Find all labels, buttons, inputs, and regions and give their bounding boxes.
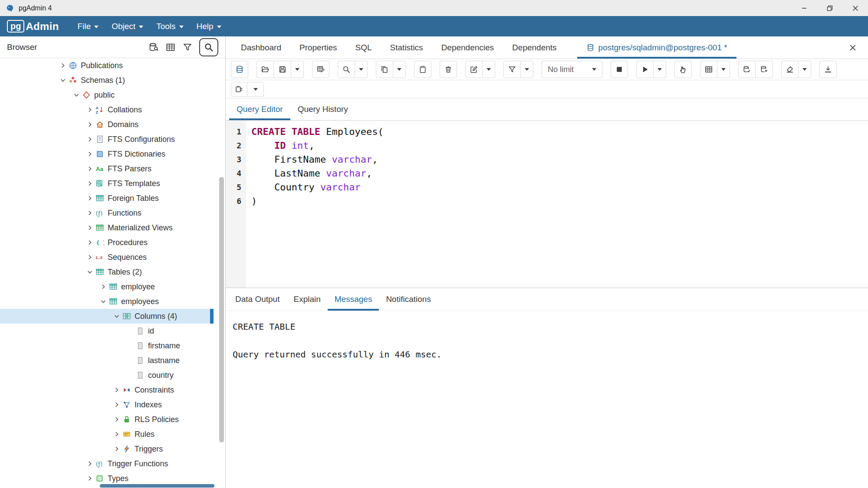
menu-object[interactable]: Object — [105, 16, 150, 36]
tree-item-trigger-functions[interactable]: (ƒ)Trigger Functions — [0, 456, 225, 471]
tab-dashboard[interactable]: Dashboard — [232, 36, 290, 59]
tree-item-constraints[interactable]: Constraints — [0, 383, 225, 397]
tab-query-history[interactable]: Query History — [290, 98, 355, 120]
tree-item-sequences[interactable]: 1..3Sequences — [0, 250, 225, 265]
search-objects-icon[interactable] — [148, 42, 159, 52]
filter-dropdown[interactable] — [521, 61, 533, 78]
edit-button[interactable] — [465, 61, 483, 78]
tab-data-output[interactable]: Data Output — [228, 288, 286, 311]
chevron-right-icon[interactable] — [85, 134, 95, 144]
tab-properties[interactable]: Properties — [290, 36, 346, 59]
view-grid-icon[interactable] — [165, 42, 176, 52]
commit-button[interactable] — [738, 61, 756, 78]
menu-help[interactable]: Help — [190, 16, 228, 36]
tree-vertical-scrollbar[interactable] — [219, 177, 224, 442]
download-button[interactable] — [819, 61, 837, 78]
find-dropdown[interactable] — [355, 61, 368, 78]
menu-file[interactable]: File — [71, 16, 105, 36]
chevron-right-icon[interactable] — [85, 105, 95, 115]
open-file-button[interactable] — [256, 61, 274, 78]
chevron-right-icon[interactable] — [85, 193, 95, 203]
chevron-right-icon[interactable] — [85, 149, 95, 159]
tree-item-employee[interactable]: employee — [0, 279, 225, 294]
tree-item-collations[interactable]: AZCollations — [0, 102, 225, 117]
copy-button[interactable] — [376, 61, 393, 78]
tab-dependents[interactable]: Dependents — [503, 36, 566, 59]
tab-sql[interactable]: SQL — [346, 36, 381, 59]
chevron-right-icon[interactable] — [112, 400, 122, 409]
maximize-button[interactable] — [817, 0, 842, 16]
tree-item-id[interactable]: id — [0, 324, 225, 338]
chevron-down-icon[interactable] — [85, 267, 95, 277]
tree-item-fts-configurations[interactable]: FTS Configurations — [0, 132, 225, 147]
macros-button[interactable] — [700, 61, 717, 78]
chevron-right-icon[interactable] — [58, 61, 68, 70]
tree-item-employees[interactable]: employees — [0, 294, 225, 309]
copy-dropdown[interactable] — [393, 61, 406, 78]
minimize-button[interactable] — [791, 0, 817, 16]
delete-rows-button[interactable] — [440, 61, 457, 78]
edit-grid-button[interactable] — [312, 61, 329, 78]
connect-database-button[interactable] — [231, 61, 248, 78]
tree-item-foreign-tables[interactable]: Foreign Tables — [0, 191, 225, 206]
tree-item-firstname[interactable]: firstname — [0, 338, 225, 353]
scratch-pad-button[interactable] — [231, 82, 247, 97]
chevron-right-icon[interactable] — [85, 208, 95, 218]
tree-item-fts-dictionaries[interactable]: FTS Dictionaries — [0, 147, 225, 161]
scratch-pad-dropdown[interactable] — [247, 82, 264, 97]
chevron-right-icon[interactable] — [85, 252, 95, 262]
close-panel-icon[interactable] — [849, 44, 857, 52]
menu-tools[interactable]: Tools — [150, 16, 190, 36]
tree-item-domains[interactable]: Domains — [0, 117, 225, 132]
chevron-down-icon[interactable] — [112, 311, 122, 321]
tree-item-procedures[interactable]: { }Procedures — [0, 235, 225, 250]
rollback-button[interactable] — [756, 61, 773, 78]
chevron-right-icon[interactable] — [85, 238, 95, 247]
tree-item-types[interactable]: Types — [0, 471, 225, 486]
chevron-right-icon[interactable] — [99, 282, 108, 291]
find-button[interactable] — [338, 61, 355, 78]
sql-code-area[interactable]: CREATE TABLE Employees( ID int, FirstNam… — [246, 121, 868, 288]
filter-icon[interactable] — [182, 42, 193, 52]
macros-dropdown[interactable] — [717, 61, 730, 78]
tree-item-public[interactable]: public — [0, 88, 225, 102]
tree-item-tables-2[interactable]: Tables (2) — [0, 265, 225, 279]
tab-statistics[interactable]: Statistics — [381, 36, 432, 59]
tree-item-columns-4[interactable]: Columns (4) — [0, 309, 213, 324]
pointer-button[interactable] — [674, 61, 692, 78]
edit-dropdown[interactable] — [483, 61, 495, 78]
tree-item-fts-templates[interactable]: FTS Templates — [0, 176, 225, 191]
tree-item-lastname[interactable]: lastname — [0, 353, 225, 368]
chevron-right-icon[interactable] — [85, 164, 95, 174]
chevron-right-icon[interactable] — [85, 179, 95, 188]
execute-button[interactable] — [636, 61, 654, 78]
chevron-right-icon[interactable] — [85, 459, 95, 468]
save-button[interactable] — [274, 61, 291, 78]
tree-item-triggers[interactable]: Triggers — [0, 442, 225, 456]
tree-item-schemas-1[interactable]: Schemas (1) — [0, 73, 225, 88]
tree-item-rls-policies[interactable]: RLS Policies — [0, 412, 225, 427]
chevron-right-icon[interactable] — [85, 223, 95, 233]
tab-messages[interactable]: Messages — [328, 288, 379, 311]
tree-item-rules[interactable]: Rules — [0, 427, 225, 442]
tree-item-fts-parsers[interactable]: AaFTS Parsers — [0, 161, 225, 176]
close-window-button[interactable] — [842, 0, 868, 16]
search-icon[interactable] — [199, 38, 218, 56]
execute-dropdown[interactable] — [654, 61, 666, 78]
tree-item-materialized-views[interactable]: Materialized Views — [0, 220, 225, 235]
clear-button[interactable] — [781, 61, 799, 78]
chevron-right-icon[interactable] — [112, 385, 122, 395]
stop-button[interactable] — [611, 61, 628, 78]
chevron-right-icon[interactable] — [85, 120, 95, 129]
tab-query-editor[interactable]: Query Editor — [229, 98, 290, 120]
clear-dropdown[interactable] — [799, 61, 811, 78]
chevron-right-icon[interactable] — [85, 474, 95, 483]
chevron-down-icon[interactable] — [58, 75, 68, 85]
tab-dependencies[interactable]: Dependencies — [432, 36, 503, 59]
filter-button[interactable] — [503, 61, 521, 78]
tree-item-publications[interactable]: Publications — [0, 58, 225, 73]
tab-notifications[interactable]: Notifications — [379, 288, 438, 311]
save-dropdown[interactable] — [291, 61, 304, 78]
tree-horizontal-scrollbar[interactable] — [100, 484, 214, 488]
tree-item-functions[interactable]: (ƒ)Functions — [0, 206, 225, 220]
